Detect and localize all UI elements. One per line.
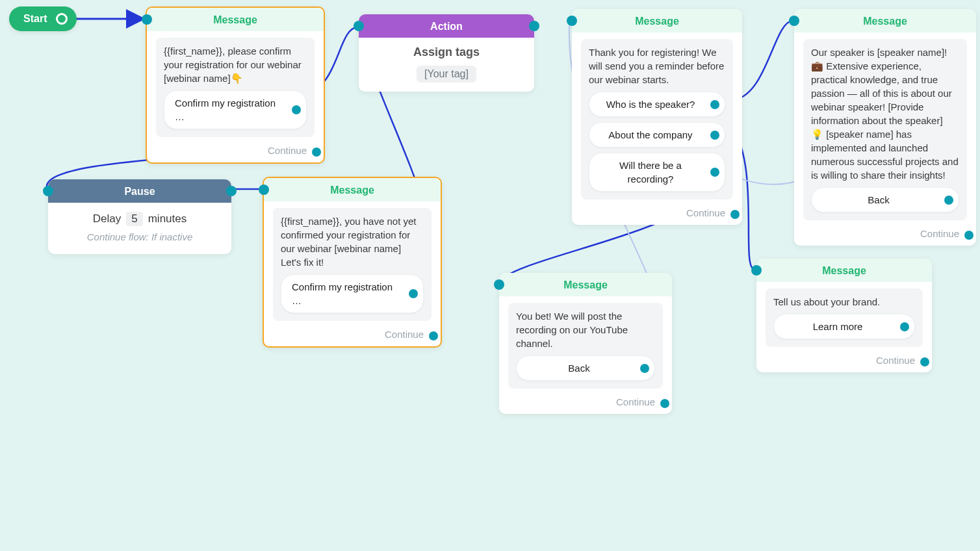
- message-text: {{first_name}}, please confirm your regi…: [164, 44, 307, 85]
- in-port[interactable]: [567, 16, 577, 26]
- button-out-port[interactable]: [710, 131, 719, 140]
- pause-delay: Delay 5 minutes: [56, 212, 224, 226]
- continue-out-port[interactable]: [312, 147, 321, 157]
- node-title: Message: [756, 259, 932, 282]
- message-text: You bet! We will post the recording on o…: [516, 309, 655, 350]
- button-out-port[interactable]: [710, 168, 719, 177]
- reply-button-company[interactable]: About the company: [589, 122, 725, 147]
- in-port[interactable]: [259, 185, 269, 195]
- message-node-speaker[interactable]: Message Our speaker is [speaker name]! 💼…: [794, 9, 976, 246]
- continue-out-port[interactable]: [429, 331, 438, 340]
- button-out-port[interactable]: [944, 196, 953, 205]
- node-title: Message: [499, 273, 672, 296]
- reply-button[interactable]: Confirm my registration …: [281, 274, 424, 313]
- button-out-port[interactable]: [409, 289, 418, 298]
- in-port[interactable]: [43, 186, 53, 196]
- continue-link[interactable]: Continue: [572, 203, 742, 225]
- start-node[interactable]: Start: [9, 6, 77, 31]
- continue-link[interactable]: Continue: [794, 224, 976, 246]
- pause-condition: Continue flow: If inactive: [56, 231, 224, 242]
- action-node-assign-tags[interactable]: Action Assign tags [Your tag]: [359, 14, 534, 92]
- node-title: Message: [147, 8, 324, 31]
- message-text: Tell us about your brand.: [773, 295, 915, 309]
- start-label: Start: [23, 13, 47, 25]
- button-out-port[interactable]: [640, 364, 649, 373]
- message-node-recording[interactable]: Message You bet! We will post the record…: [499, 273, 672, 414]
- out-port[interactable]: [529, 21, 539, 31]
- node-title: Message: [794, 9, 976, 32]
- in-port[interactable]: [789, 16, 799, 26]
- in-port[interactable]: [751, 265, 762, 276]
- message-text: Thank you for registering! We will send …: [589, 45, 725, 86]
- message-node-confirm[interactable]: Message {{first_name}}, please confirm y…: [146, 6, 325, 164]
- message-node-thank-you[interactable]: Message Thank you for registering! We wi…: [572, 9, 742, 225]
- in-port[interactable]: [142, 14, 152, 25]
- message-node-brand[interactable]: Message Tell us about your brand. Learn …: [756, 259, 932, 372]
- node-title: Pause: [48, 179, 231, 203]
- reply-button-recording[interactable]: Will there be a recording?: [589, 153, 725, 192]
- continue-out-port[interactable]: [920, 357, 929, 366]
- continue-out-port[interactable]: [660, 399, 669, 408]
- start-out-port-icon[interactable]: [56, 13, 68, 25]
- continue-link[interactable]: Continue: [756, 351, 932, 372]
- node-title: Message: [572, 9, 742, 32]
- tag-value: [Your tag]: [417, 66, 476, 83]
- continue-link[interactable]: Continue: [499, 392, 672, 414]
- continue-out-port[interactable]: [730, 210, 740, 219]
- action-name: Assign tags: [359, 45, 534, 59]
- node-title: Message: [264, 178, 441, 201]
- reply-button-back[interactable]: Back: [811, 187, 959, 212]
- node-title: Action: [359, 14, 534, 38]
- pause-node[interactable]: Pause Delay 5 minutes Continue flow: If …: [48, 179, 231, 254]
- message-text: Our speaker is [speaker name]! 💼 Extensi…: [811, 45, 959, 182]
- out-port[interactable]: [226, 186, 237, 196]
- reply-button-speaker[interactable]: Who is the speaker?: [589, 92, 725, 117]
- continue-link[interactable]: Continue: [147, 141, 324, 162]
- continue-out-port[interactable]: [964, 231, 974, 240]
- reply-button-learn-more[interactable]: Learn more: [773, 314, 915, 339]
- message-node-not-confirmed[interactable]: Message {{first_name}}, you have not yet…: [263, 177, 442, 348]
- in-port[interactable]: [494, 279, 504, 290]
- reply-button[interactable]: Confirm my registration …: [164, 90, 307, 129]
- in-port[interactable]: [354, 21, 364, 31]
- button-out-port[interactable]: [710, 100, 719, 109]
- button-out-port[interactable]: [292, 105, 301, 114]
- continue-link[interactable]: Continue: [264, 325, 441, 346]
- button-out-port[interactable]: [900, 322, 909, 331]
- reply-button-back[interactable]: Back: [516, 355, 655, 381]
- message-text: {{first_name}}, you have not yet confirm…: [281, 214, 424, 269]
